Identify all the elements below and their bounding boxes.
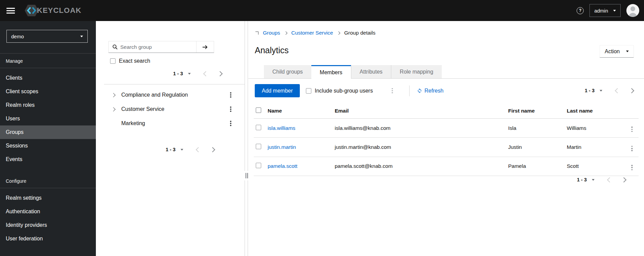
sidebar-item-clients[interactable]: Clients <box>0 71 96 85</box>
row-kebab-menu[interactable] <box>630 145 634 152</box>
members-table-body: isla.williamsisla.williams@knab.comIslaW… <box>254 119 639 176</box>
nav-item-list: ClientsClient scopesRealm rolesUsersGrou… <box>0 71 96 166</box>
row-kebab-menu[interactable] <box>630 125 634 133</box>
breadcrumb-link-groups[interactable]: Groups <box>263 30 280 36</box>
member-username-link[interactable]: pamela.scott <box>268 163 297 169</box>
member-username-link[interactable]: justin.martin <box>268 144 296 150</box>
group-name[interactable]: Compliance and Regulation <box>121 92 188 98</box>
group-tree-item[interactable]: Marketing <box>96 116 245 131</box>
member-row: pamela.scottpamela.scott@knab.comPamelaS… <box>254 157 639 176</box>
chevron-right-icon <box>284 31 287 35</box>
add-member-button[interactable]: Add member <box>255 84 300 97</box>
sidebar-item-users[interactable]: Users <box>0 112 96 125</box>
row-checkbox[interactable] <box>256 125 261 130</box>
pagination-next-icon[interactable] <box>621 177 627 182</box>
member-username-link[interactable]: isla.williams <box>268 125 295 131</box>
member-email: isla.williams@knab.com <box>335 119 508 138</box>
breadcrumb-back-icon[interactable] <box>255 32 258 35</box>
refresh-button[interactable]: Refresh <box>417 84 443 97</box>
member-row: isla.williamsisla.williams@knab.comIslaW… <box>254 119 639 138</box>
group-name[interactable]: Customer Service <box>121 106 164 112</box>
pagination-range[interactable]: 1 - 3 <box>166 147 175 152</box>
sidebar-item-realm-settings[interactable]: Realm settings <box>0 191 96 205</box>
member-email: pamela.scott@knab.com <box>335 157 508 176</box>
tab-members[interactable]: Members <box>311 65 351 80</box>
pagination-caret-icon[interactable] <box>592 179 595 181</box>
member-first-name: Justin <box>508 138 567 157</box>
masthead-actions: ? admin <box>577 4 639 17</box>
divider <box>0 68 96 68</box>
breadcrumb-link-customer-service[interactable]: Customer Service <box>291 30 333 36</box>
help-icon[interactable]: ? <box>577 7 584 14</box>
column-header-first-name: First name <box>508 103 567 119</box>
toolbar-kebab-menu[interactable] <box>391 87 394 95</box>
members-table-header-row: Name Email First name Last name <box>254 103 639 119</box>
pagination-next-icon[interactable] <box>217 71 223 76</box>
group-details-content: Groups Customer Service Group details An… <box>248 21 644 256</box>
exact-search-checkbox[interactable] <box>110 58 116 64</box>
realm-selector[interactable]: demo <box>6 30 88 43</box>
pagination-caret-icon[interactable] <box>188 73 191 75</box>
divider <box>409 85 410 96</box>
expand-chevron-icon[interactable] <box>110 108 116 111</box>
pagination-next-icon[interactable] <box>210 147 215 152</box>
user-menu-dropdown[interactable]: admin <box>589 4 621 17</box>
sidebar-item-authentication[interactable]: Authentication <box>0 205 96 218</box>
action-dropdown-button[interactable]: Action <box>600 45 634 58</box>
exact-search-control: Exact search <box>110 58 150 64</box>
pagination-prev-icon[interactable] <box>196 147 201 152</box>
members-pagination-top: 1 - 3 <box>585 85 633 96</box>
select-all-checkbox[interactable] <box>256 107 261 113</box>
members-table: Name Email First name Last name isla.wil… <box>254 103 639 176</box>
group-name[interactable]: Marketing <box>121 120 145 126</box>
row-checkbox[interactable] <box>256 163 261 168</box>
search-submit-button[interactable] <box>196 41 214 53</box>
tab-attributes[interactable]: Attributes <box>351 65 391 78</box>
expand-chevron-icon[interactable] <box>110 94 116 97</box>
pagination-range[interactable]: 1 - 3 <box>577 177 587 182</box>
panel-resize-line <box>248 21 248 256</box>
member-last-name: Scott <box>567 157 625 176</box>
tab-child-groups[interactable]: Child groups <box>264 65 311 78</box>
member-last-name: Martin <box>567 138 625 157</box>
sidebar-item-identity-providers[interactable]: Identity providers <box>0 218 96 232</box>
exact-search-label: Exact search <box>119 58 150 64</box>
sidebar-item-groups[interactable]: Groups <box>0 125 96 139</box>
group-tree-item[interactable]: Customer Service <box>96 102 245 116</box>
group-kebab-menu[interactable] <box>229 91 232 99</box>
breadcrumb-current: Group details <box>344 30 375 36</box>
avatar[interactable] <box>626 4 639 17</box>
row-checkbox[interactable] <box>256 144 261 149</box>
pagination-caret-icon[interactable] <box>181 149 183 151</box>
group-kebab-menu[interactable] <box>229 120 232 127</box>
search-group-input[interactable] <box>109 41 196 53</box>
tab-role-mapping[interactable]: Role mapping <box>391 65 442 78</box>
hamburger-menu-icon[interactable] <box>6 6 15 15</box>
sidebar-item-client-scopes[interactable]: Client scopes <box>0 85 96 98</box>
row-kebab-menu[interactable] <box>630 164 634 171</box>
sidebar-nav: ManageClientsClient scopesRealm rolesUse… <box>0 54 96 245</box>
pagination-next-icon[interactable] <box>629 88 635 93</box>
keycloak-logo: KEYCLOAK <box>24 3 81 18</box>
logo-text: KEYCLOAK <box>37 6 81 15</box>
caret-down-icon <box>80 36 83 37</box>
sidebar-item-user-federation[interactable]: User federation <box>0 232 96 245</box>
pagination-prev-icon[interactable] <box>607 177 612 182</box>
refresh-label: Refresh <box>424 88 443 94</box>
group-kebab-menu[interactable] <box>229 105 232 113</box>
divider <box>104 84 245 84</box>
column-header-email: Email <box>335 103 508 119</box>
include-subgroup-checkbox[interactable] <box>306 88 311 94</box>
pagination-caret-icon[interactable] <box>600 90 602 92</box>
pagination-prev-icon[interactable] <box>615 88 620 93</box>
member-email: justin.martin@knab.com <box>335 138 508 157</box>
pagination-prev-icon[interactable] <box>203 71 209 76</box>
sidebar-item-sessions[interactable]: Sessions <box>0 139 96 153</box>
column-header-name: Name <box>268 103 335 119</box>
pagination-range[interactable]: 1 - 3 <box>585 88 595 93</box>
sidebar-item-events[interactable]: Events <box>0 153 96 166</box>
group-tree: Compliance and RegulationCustomer Servic… <box>96 88 245 131</box>
sidebar-item-realm-roles[interactable]: Realm roles <box>0 98 96 112</box>
group-tree-item[interactable]: Compliance and Regulation <box>96 88 245 102</box>
pagination-range[interactable]: 1 - 3 <box>173 71 183 76</box>
